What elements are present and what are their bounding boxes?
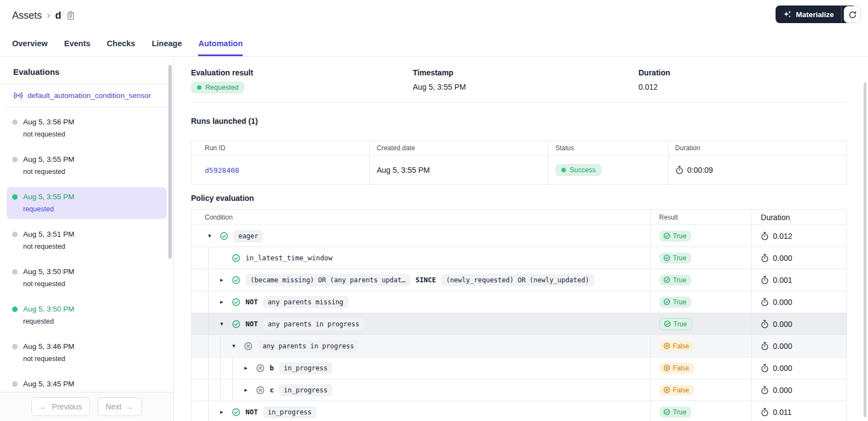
condition-keyword: SINCE [416, 276, 436, 284]
condition-keyword: c [270, 386, 274, 394]
sensor-link[interactable]: default_automation_condition_sensor [28, 91, 151, 100]
not-requested-dot-icon [12, 269, 18, 275]
evaluation-time: Aug 5, 3:46 PM [23, 342, 74, 352]
copy-icon[interactable] [67, 11, 75, 20]
run-id-link[interactable]: d5928408 [205, 166, 239, 174]
indent-guide [232, 379, 244, 401]
tab-checks[interactable]: Checks [107, 31, 135, 56]
evaluation-status: not requested [23, 280, 74, 288]
condition-label: in_latest_time_window [245, 254, 332, 262]
runs-col-duration: Duration [669, 141, 847, 155]
expand-chevron-icon[interactable]: ▸ [220, 298, 232, 305]
condition-true-icon [232, 254, 241, 263]
condition-duration: 0.000 [773, 364, 792, 373]
evaluation-list-item[interactable]: Aug 5, 3:55 PMnot requested [7, 150, 167, 182]
policy-table: Condition Result Duration ▾eagerTrue0.01… [191, 209, 847, 421]
requested-dot-icon [12, 194, 18, 200]
evaluation-list-item[interactable]: Aug 5, 3:46 PMnot requested [7, 337, 167, 369]
evaluation-list-item[interactable]: Aug 5, 3:50 PMnot requested [7, 262, 167, 294]
evaluation-list-item[interactable]: Aug 5, 3:50 PMrequested [7, 299, 167, 331]
condition-chip: eager [233, 230, 263, 242]
evaluation-status: not requested [23, 242, 74, 251]
policy-row[interactable]: ▾any parents in progressFalse0.000 [192, 335, 847, 357]
not-requested-dot-icon [12, 157, 18, 162]
duration-label: Duration [638, 68, 670, 77]
policy-col-condition: Condition [192, 210, 651, 225]
policy-row[interactable]: in_latest_time_windowTrue0.000 [192, 247, 847, 269]
condition-duration: 0.001 [773, 276, 792, 285]
stopwatch-icon [675, 166, 684, 174]
previous-button[interactable]: ← Previous [31, 397, 90, 416]
tab-automation[interactable]: Automation [198, 31, 243, 56]
evaluation-time: Aug 5, 3:51 PM [23, 229, 74, 239]
indent-guide [208, 313, 220, 335]
refresh-icon [848, 10, 857, 19]
evaluation-result-label: Evaluation result [191, 68, 413, 77]
requested-dot-icon [12, 307, 18, 312]
evaluation-status: not requested [23, 167, 74, 176]
run-row[interactable]: d5928408Aug 5, 3:55 PMSuccess0:00:09 [192, 155, 847, 184]
materialize-button[interactable]: Materialize [776, 6, 842, 23]
sidebar-title: Evaluations [0, 57, 173, 84]
evaluation-summary: Evaluation result Requested Timestamp Au… [191, 57, 868, 102]
condition-chip: in_progress [263, 406, 316, 418]
policy-row[interactable]: ▾eagerTrue0.012 [192, 225, 847, 247]
condition-keyword: NOT [245, 298, 258, 306]
expand-chevron-icon[interactable]: ▸ [220, 408, 232, 415]
refresh-button[interactable] [844, 6, 861, 23]
condition-keyword: NOT [245, 408, 258, 416]
sidebar-scrollbar-thumb[interactable] [168, 65, 172, 259]
main-scrollbar-thumb[interactable] [864, 83, 866, 417]
policy-row[interactable]: ▸NOTany parents missingTrue0.000 [192, 291, 847, 313]
policy-row[interactable]: ▸cin_progressFalse0.000 [192, 379, 847, 401]
stopwatch-icon [761, 364, 769, 373]
policy-row[interactable]: ▸(became missing) OR (any parents updat…… [192, 269, 847, 291]
summary-divider [191, 102, 847, 102]
condition-true-icon [220, 232, 228, 240]
evaluation-time: Aug 5, 3:56 PM [23, 117, 74, 127]
top-bar: Assets › d Material [0, 0, 868, 31]
evaluation-time: Aug 5, 3:55 PM [23, 192, 74, 202]
policy-row[interactable]: ▾NOTany parents in progressTrue0.000 [192, 313, 847, 335]
expand-chevron-icon[interactable]: ▸ [244, 364, 256, 371]
condition-duration: 0.000 [773, 342, 792, 351]
arrow-right-icon: → [126, 402, 134, 411]
tab-events[interactable]: Events [64, 31, 91, 56]
collapse-chevron-icon[interactable]: ▾ [220, 320, 232, 327]
stopwatch-icon [761, 276, 769, 285]
evaluation-time: Aug 5, 3:45 PM [23, 379, 74, 389]
tab-overview[interactable]: Overview [12, 31, 48, 56]
expand-chevron-icon[interactable]: ▸ [244, 386, 256, 393]
evaluation-list-item[interactable]: Aug 5, 3:56 PMnot requested [7, 112, 167, 144]
condition-chip: (became missing) OR (any parents updat… [245, 274, 411, 286]
asset-automation-page: Assets › d Material [0, 0, 868, 421]
not-requested-dot-icon [12, 232, 18, 237]
condition-duration: 0.000 [773, 298, 792, 307]
policy-row[interactable]: ▸bin_progressFalse0.000 [192, 357, 847, 379]
expand-chevron-icon[interactable]: ▸ [220, 276, 232, 283]
condition-true-icon [232, 408, 241, 417]
collapse-chevron-icon[interactable]: ▾ [208, 232, 220, 239]
result-true-badge: True [659, 318, 692, 330]
condition-chip: any parents in progress [263, 318, 364, 330]
run-duration: 0:00:09 [687, 166, 713, 174]
indent-guide [208, 247, 220, 269]
breadcrumb-assets-link[interactable]: Assets [12, 10, 42, 21]
condition-true-icon [232, 320, 241, 329]
run-created-date: Aug 5, 3:55 PM [376, 166, 430, 174]
result-true-badge: True [659, 231, 691, 242]
collapse-chevron-icon[interactable]: ▾ [232, 342, 244, 349]
result-true-badge: True [659, 253, 691, 264]
tab-lineage[interactable]: Lineage [152, 31, 182, 56]
policy-row[interactable]: ▸NOTin_progressTrue0.011 [192, 401, 847, 421]
condition-chip: in_progress [279, 362, 332, 374]
evaluation-list-item[interactable]: Aug 5, 3:51 PMnot requested [7, 225, 167, 256]
condition-false-icon [256, 364, 265, 373]
sensor-row: default_automation_condition_sensor [6, 84, 168, 107]
condition-duration: 0.000 [773, 386, 792, 395]
stopwatch-icon [761, 320, 769, 329]
next-button[interactable]: Next → [97, 397, 142, 416]
evaluation-list-item[interactable]: Aug 5, 3:55 PMrequested [7, 187, 167, 219]
runs-table: Run ID Created date Status Duration d592… [191, 140, 847, 185]
result-true-badge: True [659, 407, 691, 418]
